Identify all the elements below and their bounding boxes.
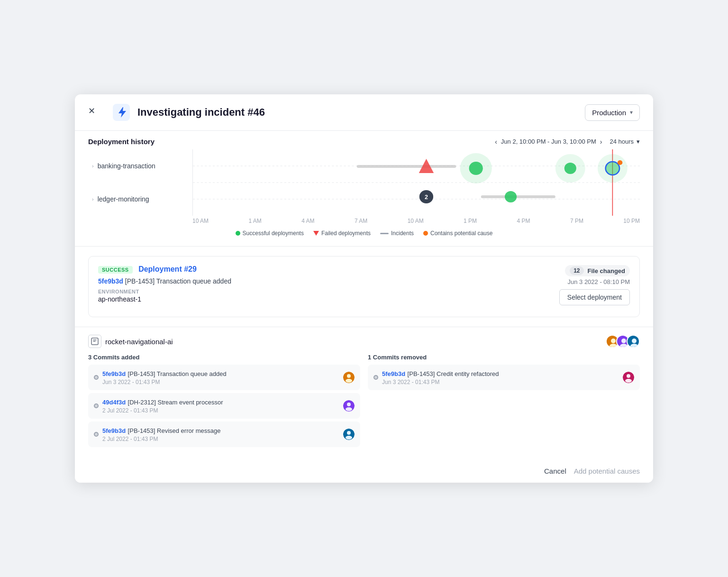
svg-text:2: 2	[425, 194, 428, 201]
commits-added-title: 3 Commits added	[88, 354, 360, 361]
commit-dot-icon-3	[94, 432, 99, 437]
environment-selector[interactable]: Production ▾	[585, 104, 640, 121]
avatar-group	[606, 335, 640, 348]
xaxis-label-5: 1 PM	[464, 218, 477, 224]
chart-xaxis: 10 AM 1 AM 4 AM 7 AM 10 AM 1 PM 4 PM 7 P…	[88, 216, 640, 226]
commit-1-hash[interactable]: 5fe9b3d	[102, 370, 126, 377]
service-name-banking: banking-transaction	[98, 162, 155, 170]
commit-r1-hash[interactable]: 5fe9b3d	[382, 370, 405, 377]
date-next-button[interactable]: ›	[600, 138, 602, 146]
env-label: Environment	[98, 289, 559, 294]
status-badge: SUCCESS	[98, 266, 133, 274]
xaxis-label-2: 4 AM	[301, 218, 314, 224]
svg-point-31	[346, 379, 352, 383]
commit-2-info: 49d4f3d [DH-2312] Stream event processor…	[102, 398, 339, 414]
commit-2-avatar	[343, 400, 355, 412]
add-causes-button: Add potential causes	[574, 467, 640, 475]
commit-removed-dot-icon	[373, 375, 378, 380]
deployment-commit: 5fe9b3d [PB-1453] Transaction queue adde…	[98, 277, 559, 285]
svg-rect-5	[357, 165, 456, 168]
cancel-button[interactable]: Cancel	[544, 467, 566, 475]
commits-removed-col: 1 Commits removed 5fe9b3d [PB-1453] Cred…	[368, 354, 640, 450]
legend-potential-cause: Contains potential cause	[423, 230, 492, 237]
xaxis-label-4: 10 AM	[408, 218, 424, 224]
potential-cause-dot-icon	[423, 231, 428, 236]
svg-point-40	[625, 379, 632, 383]
commits-added-col: 3 Commits added 5fe9b3d [PB-1453] Transa…	[88, 354, 360, 450]
page-title: Investigating incident #46	[137, 106, 577, 119]
commit-2-msg: [DH-2312] Stream event processor	[128, 399, 223, 406]
xaxis-label-7: 7 PM	[570, 218, 583, 224]
deployment-card: SUCCESS Deployment #29 5fe9b3d [PB-1453]…	[88, 256, 640, 317]
svg-point-33	[347, 403, 351, 406]
svg-point-39	[627, 374, 630, 378]
commit-3-text: 5fe9b3d [PB-1453] Revised error message	[102, 426, 339, 435]
successful-dot-icon	[236, 231, 240, 236]
service-label-ledger[interactable]: › ledger-monitoring	[92, 195, 192, 203]
deployment-timestamp: Jun 3 2022 - 08:10 PM	[559, 278, 630, 285]
xaxis-label-3: 7 AM	[355, 218, 367, 224]
commit-2-hash[interactable]: 49d4f3d	[102, 399, 126, 406]
chart-section: Deployment history ‹ Jun 2, 10:00 PM - J…	[75, 131, 653, 247]
legend-incidents-label: Incidents	[391, 230, 414, 237]
xaxis-label-8: 10 PM	[623, 218, 640, 224]
chart-header: Deployment history ‹ Jun 2, 10:00 PM - J…	[88, 131, 640, 149]
chevron-down-icon: ▾	[630, 109, 633, 116]
date-range: ‹ Jun 2, 10:00 PM - Jun 3, 10:00 PM ›	[495, 138, 602, 146]
deployment-card-header: SUCCESS Deployment #29 5fe9b3d [PB-1453]…	[98, 265, 630, 305]
env-selector-label: Production	[592, 109, 626, 117]
commit-r1-avatar	[623, 372, 634, 383]
commit-r1-text: 5fe9b3d [PB-1453] Credit entity refactor…	[382, 369, 619, 378]
app-logo-icon	[113, 104, 130, 121]
svg-point-18	[505, 191, 517, 202]
commit-3-msg: [PB-1453] Revised error message	[128, 427, 221, 434]
svg-point-30	[347, 374, 351, 378]
service-label-banking[interactable]: › banking-transaction	[92, 162, 192, 170]
commit-3-time: 2 Jul 2022 - 01:43 PM	[102, 436, 339, 442]
commit-1-text: 5fe9b3d [PB-1453] Transaction queue adde…	[102, 369, 339, 378]
commit-3-hash[interactable]: 5fe9b3d	[102, 427, 126, 434]
commit-1-avatar	[343, 372, 355, 383]
select-deployment-button[interactable]: Select deployment	[559, 289, 630, 305]
service-chevron-icon-2: ›	[92, 196, 94, 202]
legend-potential-cause-label: Contains potential cause	[430, 230, 492, 237]
service-chevron-icon: ›	[92, 163, 94, 169]
commit-2-text: 49d4f3d [DH-2312] Stream event processor	[102, 398, 339, 406]
footer: Cancel Add potential causes	[75, 459, 653, 483]
legend-successful: Successful deployments	[236, 230, 304, 237]
chart-right: 2	[192, 149, 640, 216]
svg-point-21	[611, 339, 616, 343]
legend-failed: Failed deployments	[313, 230, 371, 237]
chart-left-labels: › banking-transaction › ledger-monitorin…	[88, 149, 192, 216]
legend-failed-label: Failed deployments	[321, 230, 371, 237]
failed-triangle-icon	[313, 231, 319, 236]
commits-removed-title: 1 Commits removed	[368, 354, 640, 361]
repo-section: rocket-navigational-ai	[75, 327, 653, 459]
svg-point-10	[564, 163, 576, 174]
svg-point-37	[346, 436, 352, 440]
xaxis-label-1: 1 AM	[248, 218, 261, 224]
commit-dot-icon	[94, 375, 99, 380]
commit-r1-time: Jun 3 2022 - 01:43 PM	[382, 379, 619, 385]
commit-hash-text: 5fe9b3d	[98, 277, 123, 285]
close-x-button[interactable]: ✕	[88, 106, 95, 116]
time-range-selector[interactable]: 24 hours ▾	[610, 138, 640, 145]
repo-header: rocket-navigational-ai	[88, 335, 640, 348]
service-name-ledger: ledger-monitoring	[98, 195, 149, 203]
legend-incidents: Incidents	[380, 230, 414, 237]
commit-2-time: 2 Jul 2022 - 01:43 PM	[102, 407, 339, 414]
deployment-card-left: SUCCESS Deployment #29 5fe9b3d [PB-1453]…	[98, 265, 559, 303]
xaxis-label-0: 10 AM	[192, 218, 209, 224]
xaxis-label-6: 4 PM	[517, 218, 530, 224]
legend-successful-label: Successful deployments	[243, 230, 304, 237]
chart-legend: Successful deployments Failed deployment…	[88, 226, 640, 238]
date-range-label: Jun 2, 10:00 PM - Jun 3, 10:00 PM	[501, 138, 596, 145]
date-prev-button[interactable]: ‹	[495, 138, 497, 146]
incidents-line-icon	[380, 233, 389, 234]
repo-name-text: rocket-navigational-ai	[105, 338, 173, 346]
deployment-title: Deployment #29	[138, 265, 197, 273]
commit-removed-1: 5fe9b3d [PB-1453] Credit entity refactor…	[368, 365, 640, 390]
time-range-label: 24 hours	[610, 138, 634, 145]
chart-controls: ‹ Jun 2, 10:00 PM - Jun 3, 10:00 PM › 24…	[495, 138, 640, 146]
repo-name: rocket-navigational-ai	[88, 335, 173, 348]
